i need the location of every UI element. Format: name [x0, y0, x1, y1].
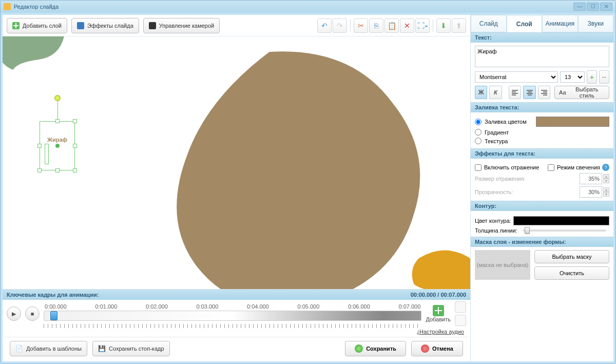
layer-up-button[interactable]: ⬆ — [452, 18, 466, 33]
align-center-button[interactable] — [523, 86, 535, 99]
puzzle-icon — [77, 22, 84, 29]
handle-bm[interactable] — [55, 168, 60, 173]
slide-effects-button[interactable]: Эффекты слайда — [71, 18, 139, 33]
rotate-line — [57, 99, 58, 122]
time-display: 00:00.000 / 00:07.000 — [411, 292, 466, 298]
text-input[interactable]: Жираф — [475, 46, 609, 67]
timeline[interactable]: 0:00.0000:01.0000:02.0000:03.0000:04.000… — [44, 303, 421, 324]
paste-button[interactable]: 📋 — [384, 18, 399, 33]
bold-toggle[interactable]: Ж — [475, 86, 487, 99]
font-family-select[interactable]: Montserrat — [475, 71, 558, 83]
section-text-header: Текст: — [471, 32, 613, 43]
add-font-button[interactable]: ＋ — [587, 70, 597, 84]
undo-button[interactable]: ↶ — [317, 18, 332, 33]
reflection-size-input[interactable] — [580, 173, 602, 184]
layer-down-button[interactable]: ⬇ — [436, 18, 451, 33]
clear-mask-button[interactable]: Очистить — [534, 266, 609, 280]
camera-icon — [149, 22, 156, 29]
add-layer-button[interactable]: Добавить слой — [7, 18, 67, 33]
outline-thickness-label: Толщина линии: — [475, 227, 517, 234]
titlebar: Редактор слайда — ☐ ✕ — [1, 1, 615, 13]
opacity-input[interactable] — [580, 186, 602, 198]
handle-tm[interactable] — [55, 119, 60, 123]
stop-button[interactable]: ■ — [25, 306, 40, 321]
fill-texture-radio[interactable] — [475, 138, 482, 144]
timeline-marker[interactable] — [50, 311, 57, 320]
play-button[interactable]: ▶ — [7, 306, 21, 321]
shape-yellow — [409, 243, 470, 289]
maximize-button[interactable]: ☐ — [587, 3, 599, 11]
audio-settings-link[interactable]: ♪ Настройка аудио — [3, 328, 470, 337]
fill-color-swatch[interactable] — [536, 117, 609, 127]
slide-effects-label: Эффекты слайда — [87, 23, 133, 29]
handle-mr[interactable] — [73, 144, 77, 148]
text-content: Жираф — [47, 137, 67, 143]
save-stop-frame-button[interactable]: 💾 Сохранить стоп-кадр — [92, 341, 170, 356]
fill-color-label: Заливка цветом — [485, 119, 527, 125]
plus-icon — [433, 305, 444, 316]
cut-button[interactable]: ✂ — [354, 18, 368, 33]
add-layer-label: Добавить слой — [23, 23, 62, 29]
fill-gradient-label: Градиент — [485, 129, 509, 136]
delete-keyframe-button[interactable] — [455, 315, 466, 326]
keyframes-panel: Ключевые кадры для анимации: 00:00.000 /… — [3, 289, 470, 337]
opacity-label: Прозрачность: — [475, 189, 513, 195]
glow-label: Режим свечения — [557, 164, 600, 170]
camera-control-button[interactable]: Управление камерой — [143, 18, 220, 33]
outline-thickness-slider[interactable] — [523, 229, 606, 232]
cancel-button[interactable]: Отмена — [411, 341, 463, 356]
handle-br[interactable] — [73, 168, 77, 173]
copy-button[interactable]: ⎘ — [369, 18, 383, 33]
help-icon[interactable]: ? — [602, 164, 609, 171]
add-keyframe-button[interactable]: Добавить — [426, 305, 451, 322]
tabs: Слайд Слой Анимация Звуки — [471, 15, 613, 32]
selected-text-layer[interactable]: Жираф — [40, 121, 75, 170]
edit-keyframe-button[interactable] — [455, 301, 466, 313]
app-icon — [4, 3, 11, 10]
tab-sounds[interactable]: Звуки — [578, 15, 614, 32]
tab-layer[interactable]: Слой — [507, 15, 543, 32]
reflection-size-label: Размер отражения: — [475, 176, 526, 182]
outline-color-swatch[interactable] — [513, 216, 609, 225]
save-button[interactable]: Сохранить — [345, 341, 406, 356]
plus-icon — [12, 22, 20, 29]
outline-color-label: Цвет контура: — [475, 218, 511, 224]
align-left-button[interactable] — [509, 86, 521, 99]
font-size-select[interactable]: 13 — [560, 71, 585, 83]
section-effects-header: Эффекты для текста: — [471, 148, 613, 159]
delete-button[interactable]: ✕ — [400, 18, 414, 33]
handle-tl[interactable] — [45, 144, 49, 164]
handle-ml[interactable] — [37, 144, 42, 148]
reflection-label: Включить отражение — [484, 164, 539, 170]
choose-mask-button[interactable]: Выбрать маску — [534, 250, 609, 263]
close-button[interactable]: ✕ — [600, 3, 612, 11]
canvas[interactable]: Жираф — [3, 36, 470, 289]
align-right-button[interactable] — [538, 86, 550, 99]
center-handle[interactable] — [55, 144, 60, 148]
section-fill-header: Заливка текста: — [471, 102, 613, 112]
redo-button[interactable]: ↷ — [333, 18, 347, 33]
add-to-templates-button[interactable]: 📄 Добавить в шаблоны — [10, 341, 87, 356]
right-panel: Слайд Слой Анимация Звуки Текст: Жираф M… — [471, 15, 613, 361]
handle-tr[interactable] — [73, 119, 77, 123]
more-fonts-button[interactable]: ⋯ — [599, 70, 609, 84]
shape-green — [3, 36, 64, 78]
camera-control-label: Управление камерой — [159, 23, 214, 29]
bottom-bar: 📄 Добавить в шаблоны 💾 Сохранить стоп-ка… — [5, 337, 468, 359]
fill-color-radio[interactable] — [475, 119, 482, 125]
choose-style-button[interactable]: Aa Выбрать стиль — [554, 86, 609, 99]
top-toolbar: Добавить слой Эффекты слайда Управление … — [3, 15, 470, 36]
tab-animation[interactable]: Анимация — [542, 15, 578, 32]
section-outline-header: Контур: — [471, 201, 613, 211]
reflection-checkbox[interactable] — [475, 164, 482, 171]
keyframes-header: Ключевые кадры для анимации: 00:00.000 /… — [3, 290, 470, 300]
check-icon — [355, 344, 363, 353]
fit-button[interactable]: ⛶▾ — [415, 18, 430, 33]
handle-bl[interactable] — [37, 168, 42, 173]
tab-slide[interactable]: Слайд — [471, 15, 507, 32]
italic-toggle[interactable]: К — [489, 86, 502, 99]
minimize-button[interactable]: — — [573, 3, 586, 11]
rotate-handle[interactable] — [54, 95, 61, 101]
glow-checkbox[interactable] — [548, 164, 554, 171]
fill-gradient-radio[interactable] — [475, 129, 482, 136]
